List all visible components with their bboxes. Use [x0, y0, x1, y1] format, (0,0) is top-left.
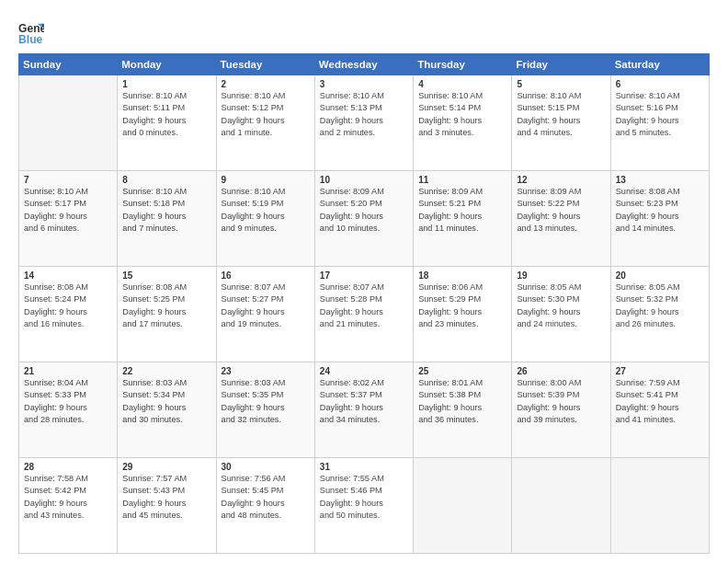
- day-info: Sunrise: 8:10 AMSunset: 5:17 PMDaylight:…: [24, 186, 112, 235]
- day-number: 6: [616, 79, 704, 89]
- day-cell: 12Sunrise: 8:09 AMSunset: 5:22 PMDayligh…: [512, 171, 610, 267]
- day-cell: 28Sunrise: 7:58 AMSunset: 5:42 PMDayligh…: [19, 458, 118, 554]
- day-cell: 29Sunrise: 7:57 AMSunset: 5:43 PMDayligh…: [118, 458, 216, 554]
- day-cell: 25Sunrise: 8:01 AMSunset: 5:38 PMDayligh…: [414, 362, 512, 458]
- day-cell: 3Sunrise: 8:10 AMSunset: 5:13 PMDaylight…: [314, 75, 413, 171]
- week-row-2: 7Sunrise: 8:10 AMSunset: 5:17 PMDaylight…: [19, 171, 710, 267]
- day-info: Sunrise: 8:03 AMSunset: 5:35 PMDaylight:…: [222, 377, 310, 426]
- day-cell: 19Sunrise: 8:05 AMSunset: 5:30 PMDayligh…: [512, 267, 610, 362]
- day-number: 22: [122, 366, 210, 376]
- day-number: 29: [122, 462, 210, 472]
- day-number: 13: [616, 175, 704, 185]
- header: General Blue: [18, 17, 710, 46]
- logo: General Blue: [18, 20, 44, 46]
- week-row-4: 21Sunrise: 8:04 AMSunset: 5:33 PMDayligh…: [19, 362, 710, 458]
- day-number: 10: [320, 175, 408, 185]
- day-number: 8: [122, 175, 210, 185]
- day-cell: 18Sunrise: 8:06 AMSunset: 5:29 PMDayligh…: [414, 267, 512, 362]
- day-number: 5: [517, 79, 605, 89]
- day-cell: 9Sunrise: 8:10 AMSunset: 5:19 PMDaylight…: [216, 171, 314, 267]
- day-info: Sunrise: 7:56 AMSunset: 5:45 PMDaylight:…: [222, 473, 310, 522]
- day-info: Sunrise: 8:05 AMSunset: 5:32 PMDaylight:…: [616, 282, 704, 330]
- day-info: Sunrise: 8:09 AMSunset: 5:22 PMDaylight:…: [517, 186, 605, 235]
- day-number: 3: [320, 79, 408, 89]
- day-info: Sunrise: 8:10 AMSunset: 5:19 PMDaylight:…: [222, 186, 310, 235]
- day-cell: [610, 458, 709, 554]
- day-number: 15: [122, 270, 210, 281]
- day-cell: [512, 458, 610, 554]
- day-info: Sunrise: 8:08 AMSunset: 5:24 PMDaylight:…: [24, 282, 112, 330]
- day-cell: 20Sunrise: 8:05 AMSunset: 5:32 PMDayligh…: [610, 267, 709, 362]
- day-info: Sunrise: 8:03 AMSunset: 5:34 PMDaylight:…: [122, 377, 210, 426]
- day-info: Sunrise: 8:01 AMSunset: 5:38 PMDaylight:…: [418, 377, 506, 426]
- day-cell: 11Sunrise: 8:09 AMSunset: 5:21 PMDayligh…: [414, 171, 512, 267]
- day-number: 28: [24, 462, 112, 472]
- day-number: 11: [418, 175, 506, 185]
- day-number: 27: [616, 366, 704, 376]
- day-cell: 16Sunrise: 8:07 AMSunset: 5:27 PMDayligh…: [216, 267, 314, 362]
- col-header-sunday: Sunday: [19, 54, 118, 75]
- day-cell: 7Sunrise: 8:10 AMSunset: 5:17 PMDaylight…: [19, 171, 118, 267]
- day-cell: 6Sunrise: 8:10 AMSunset: 5:16 PMDaylight…: [610, 75, 709, 171]
- day-info: Sunrise: 7:57 AMSunset: 5:43 PMDaylight:…: [122, 473, 210, 522]
- day-info: Sunrise: 8:10 AMSunset: 5:16 PMDaylight:…: [616, 90, 704, 139]
- day-cell: 27Sunrise: 7:59 AMSunset: 5:41 PMDayligh…: [610, 362, 709, 458]
- day-info: Sunrise: 8:10 AMSunset: 5:13 PMDaylight:…: [320, 90, 408, 139]
- page: General Blue SundayMondayTuesdayWednesda…: [0, 0, 728, 563]
- day-info: Sunrise: 8:09 AMSunset: 5:21 PMDaylight:…: [418, 186, 506, 235]
- day-number: 24: [320, 366, 408, 376]
- day-number: 16: [222, 270, 310, 281]
- day-number: 7: [24, 175, 112, 185]
- day-number: 14: [24, 270, 112, 281]
- day-cell: 24Sunrise: 8:02 AMSunset: 5:37 PMDayligh…: [314, 362, 413, 458]
- day-info: Sunrise: 8:02 AMSunset: 5:37 PMDaylight:…: [320, 377, 408, 426]
- week-row-1: 1Sunrise: 8:10 AMSunset: 5:11 PMDaylight…: [19, 75, 710, 171]
- day-info: Sunrise: 8:08 AMSunset: 5:23 PMDaylight:…: [616, 186, 704, 235]
- day-info: Sunrise: 8:10 AMSunset: 5:11 PMDaylight:…: [122, 90, 210, 139]
- day-number: 9: [222, 175, 310, 185]
- day-info: Sunrise: 7:59 AMSunset: 5:41 PMDaylight:…: [616, 377, 704, 426]
- day-cell: [19, 75, 118, 171]
- day-cell: 8Sunrise: 8:10 AMSunset: 5:18 PMDaylight…: [118, 171, 216, 267]
- day-number: 31: [320, 462, 408, 472]
- day-info: Sunrise: 8:10 AMSunset: 5:18 PMDaylight:…: [122, 186, 210, 235]
- day-cell: 14Sunrise: 8:08 AMSunset: 5:24 PMDayligh…: [19, 267, 118, 362]
- day-number: 23: [222, 366, 310, 376]
- day-info: Sunrise: 8:07 AMSunset: 5:28 PMDaylight:…: [320, 282, 408, 330]
- week-row-3: 14Sunrise: 8:08 AMSunset: 5:24 PMDayligh…: [19, 267, 710, 362]
- day-info: Sunrise: 8:10 AMSunset: 5:15 PMDaylight:…: [517, 90, 605, 139]
- day-number: 26: [517, 366, 605, 376]
- day-cell: 10Sunrise: 8:09 AMSunset: 5:20 PMDayligh…: [314, 171, 413, 267]
- day-number: 18: [418, 270, 506, 281]
- day-info: Sunrise: 8:10 AMSunset: 5:14 PMDaylight:…: [418, 90, 506, 139]
- day-cell: 15Sunrise: 8:08 AMSunset: 5:25 PMDayligh…: [118, 267, 216, 362]
- day-info: Sunrise: 8:09 AMSunset: 5:20 PMDaylight:…: [320, 186, 408, 235]
- col-header-friday: Friday: [512, 54, 610, 75]
- day-number: 4: [418, 79, 506, 89]
- col-header-saturday: Saturday: [610, 54, 709, 75]
- col-header-thursday: Thursday: [414, 54, 512, 75]
- day-info: Sunrise: 7:55 AMSunset: 5:46 PMDaylight:…: [320, 473, 408, 522]
- day-number: 2: [222, 79, 310, 89]
- col-header-tuesday: Tuesday: [216, 54, 314, 75]
- day-cell: [414, 458, 512, 554]
- day-cell: 13Sunrise: 8:08 AMSunset: 5:23 PMDayligh…: [610, 171, 709, 267]
- day-cell: 31Sunrise: 7:55 AMSunset: 5:46 PMDayligh…: [314, 458, 413, 554]
- day-cell: 30Sunrise: 7:56 AMSunset: 5:45 PMDayligh…: [216, 458, 314, 554]
- svg-text:Blue: Blue: [18, 33, 43, 46]
- day-info: Sunrise: 7:58 AMSunset: 5:42 PMDaylight:…: [24, 473, 112, 522]
- calendar-table: SundayMondayTuesdayWednesdayThursdayFrid…: [18, 53, 710, 554]
- day-cell: 5Sunrise: 8:10 AMSunset: 5:15 PMDaylight…: [512, 75, 610, 171]
- col-header-wednesday: Wednesday: [314, 54, 413, 75]
- day-info: Sunrise: 8:05 AMSunset: 5:30 PMDaylight:…: [517, 282, 605, 330]
- day-number: 19: [517, 270, 605, 281]
- header-row: SundayMondayTuesdayWednesdayThursdayFrid…: [19, 54, 710, 75]
- day-number: 1: [122, 79, 210, 89]
- day-info: Sunrise: 8:08 AMSunset: 5:25 PMDaylight:…: [122, 282, 210, 330]
- day-info: Sunrise: 8:07 AMSunset: 5:27 PMDaylight:…: [222, 282, 310, 330]
- day-cell: 4Sunrise: 8:10 AMSunset: 5:14 PMDaylight…: [414, 75, 512, 171]
- day-cell: 23Sunrise: 8:03 AMSunset: 5:35 PMDayligh…: [216, 362, 314, 458]
- day-cell: 17Sunrise: 8:07 AMSunset: 5:28 PMDayligh…: [314, 267, 413, 362]
- day-info: Sunrise: 8:00 AMSunset: 5:39 PMDaylight:…: [517, 377, 605, 426]
- col-header-monday: Monday: [118, 54, 216, 75]
